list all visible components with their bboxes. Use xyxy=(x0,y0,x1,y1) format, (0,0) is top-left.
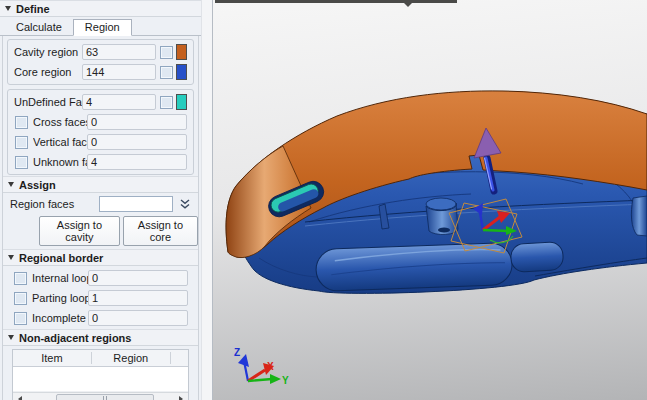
parting-loops-value[interactable] xyxy=(88,290,188,306)
assign-to-core-button[interactable]: Assign to core xyxy=(123,216,198,246)
core-region-checkbox[interactable] xyxy=(160,66,173,79)
section-title: Define xyxy=(16,3,50,15)
cavity-region-row: Cavity region xyxy=(14,42,187,62)
vertical-faces-value[interactable] xyxy=(87,134,187,150)
incomplete-loops-row: Incomplete loops xyxy=(13,308,188,328)
core-region-value[interactable] xyxy=(82,64,156,80)
parting-loops-label: Parting loops xyxy=(32,292,88,304)
thumb-grip-icon xyxy=(106,396,107,400)
unknown-faces-label: Unknown faces xyxy=(33,156,87,168)
region-faces-row: Region faces xyxy=(3,193,198,215)
tab-region[interactable]: Region xyxy=(73,19,132,36)
scroll-right-button[interactable] xyxy=(175,393,188,400)
core-region-row: Core region xyxy=(14,62,187,82)
define-panel-content: Define Calculate Region Cavity region C xyxy=(0,0,201,400)
collapse-triangle-icon xyxy=(8,255,14,260)
incomplete-loops-label: Incomplete loops xyxy=(32,312,88,324)
region-counts-group: Cavity region Core region xyxy=(7,39,194,85)
scrollbar-thumb[interactable] xyxy=(56,394,154,400)
cross-faces-row: Cross faces xyxy=(14,112,187,132)
3d-viewport[interactable]: Z X Y xyxy=(213,0,647,400)
parting-loops-row: Parting loops xyxy=(13,288,188,308)
table-body-empty[interactable] xyxy=(13,367,188,392)
internal-loops-label: Internal loops xyxy=(32,272,88,284)
collapse-triangle-icon xyxy=(8,335,14,340)
assign-to-cavity-button[interactable]: Assign to cavity xyxy=(39,216,120,246)
section-title: Assign xyxy=(19,179,56,191)
faces-group: UnDefined Faces Cross faces Vertical fac… xyxy=(7,89,194,175)
section-header-regional-border[interactable]: Regional border xyxy=(3,249,198,266)
cross-faces-value[interactable] xyxy=(87,114,187,130)
section-header-non-adjacent[interactable]: Non-adjacent regions xyxy=(3,329,198,346)
bottom-bumper xyxy=(315,243,512,292)
triad-x-label: X xyxy=(267,361,274,372)
panel-vertical-scrollbar[interactable] xyxy=(201,0,213,400)
tab-calculate[interactable]: Calculate xyxy=(5,20,73,35)
mold-part-model[interactable]: Z X Y xyxy=(213,0,647,400)
triad-y-label: Y xyxy=(282,375,289,386)
tab-page-region: Cavity region Core region xyxy=(2,36,199,400)
column-header-region[interactable]: Region xyxy=(92,352,171,364)
collapse-triangle-icon xyxy=(8,182,14,187)
vertical-faces-checkbox[interactable] xyxy=(15,136,28,149)
undefined-faces-row: UnDefined Faces xyxy=(14,92,187,112)
region-faces-label: Region faces xyxy=(10,198,99,210)
cavity-color-swatch[interactable] xyxy=(176,44,187,60)
boss-cylinder-right xyxy=(631,196,647,236)
internal-loops-value[interactable] xyxy=(88,270,188,286)
cross-faces-checkbox[interactable] xyxy=(15,116,28,129)
vertical-faces-label: Vertical faces xyxy=(33,136,87,148)
collapse-triangle-icon xyxy=(5,6,11,11)
region-faces-input[interactable] xyxy=(99,196,173,212)
unknown-faces-row: Unknown faces xyxy=(14,152,187,172)
incomplete-loops-value[interactable] xyxy=(88,310,188,326)
world-triad: Z X Y xyxy=(234,347,289,386)
boss-cylinder xyxy=(426,198,458,235)
table-header-row: Item Region xyxy=(13,350,188,367)
undefined-color-swatch[interactable] xyxy=(176,94,187,110)
horizontal-scrollbar[interactable] xyxy=(13,392,188,400)
unknown-faces-value[interactable] xyxy=(87,154,187,170)
cavity-region-label: Cavity region xyxy=(14,46,82,58)
column-header-item[interactable]: Item xyxy=(13,352,92,364)
thumb-grip-icon xyxy=(103,396,104,400)
app-window: Define Calculate Region Cavity region C xyxy=(0,0,647,400)
section-header-assign[interactable]: Assign xyxy=(3,176,198,193)
undefined-faces-checkbox[interactable] xyxy=(160,96,173,109)
chevron-double-down-icon[interactable] xyxy=(179,198,191,210)
scroll-left-button[interactable] xyxy=(13,393,26,400)
internal-loops-row: Internal loops xyxy=(13,268,188,288)
tab-strip: Calculate Region xyxy=(0,17,201,36)
parting-loops-checkbox[interactable] xyxy=(14,292,27,305)
cavity-region-value[interactable] xyxy=(82,44,156,60)
incomplete-loops-checkbox[interactable] xyxy=(14,312,27,325)
scroll-right-icon xyxy=(179,396,186,400)
cavity-region-checkbox[interactable] xyxy=(160,46,173,59)
triad-z-label: Z xyxy=(234,347,240,358)
internal-loops-checkbox[interactable] xyxy=(14,272,27,285)
scroll-left-icon xyxy=(15,396,22,400)
undefined-faces-label: UnDefined Faces xyxy=(14,96,82,108)
unknown-faces-checkbox[interactable] xyxy=(15,156,28,169)
regional-border-rows: Internal loops Parting loops Incomplete … xyxy=(7,267,194,329)
define-panel: Define Calculate Region Cavity region C xyxy=(0,0,213,400)
section-title: Regional border xyxy=(19,252,103,264)
assign-buttons-row: Assign to cavity Assign to core xyxy=(3,215,198,249)
core-region-label: Core region xyxy=(14,66,82,78)
section-title: Non-adjacent regions xyxy=(19,332,131,344)
non-adjacent-table[interactable]: Item Region xyxy=(12,349,189,400)
undefined-faces-value[interactable] xyxy=(82,94,156,110)
triad-y-arrowhead xyxy=(270,374,281,384)
section-header-define[interactable]: Define xyxy=(0,0,201,17)
bottom-bumper-right xyxy=(510,242,563,273)
cross-faces-label: Cross faces xyxy=(33,116,87,128)
core-color-swatch[interactable] xyxy=(176,64,187,80)
vertical-faces-row: Vertical faces xyxy=(14,132,187,152)
